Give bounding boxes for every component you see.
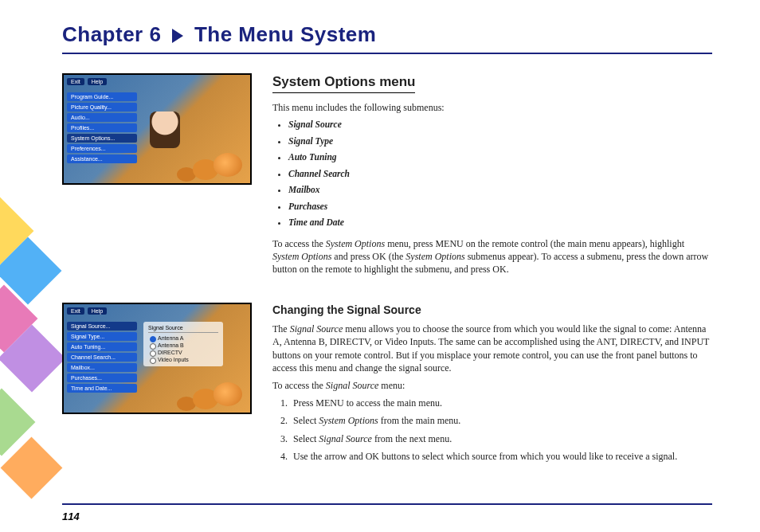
thumb-top-exit: Exit bbox=[67, 307, 84, 315]
triangle-icon bbox=[172, 29, 183, 43]
submenu-list: Signal SourceSignal TypeAuto TuningChann… bbox=[272, 119, 712, 229]
thumb-menu-item: Audio... bbox=[67, 113, 137, 122]
screenshot-signal-source: Exit Help Signal Source...Signal Type...… bbox=[62, 303, 252, 414]
step-item: Select Signal Source from the next menu. bbox=[290, 432, 712, 445]
chapter-name: The Menu System bbox=[194, 22, 377, 46]
submenu-item: Signal Source bbox=[288, 119, 712, 131]
submenu-item: Auto Tuning bbox=[288, 151, 712, 164]
thumb-pumpkins bbox=[214, 153, 242, 177]
submenu-item: Time and Date bbox=[288, 217, 712, 229]
thumb-menu-item: Auto Tuning... bbox=[67, 342, 137, 351]
thumb-menu-item: Profiles... bbox=[67, 123, 137, 132]
thumb-top-exit: Exit bbox=[67, 78, 84, 85]
chapter-title: Chapter 6 The Menu System bbox=[62, 22, 376, 47]
submenu-item: Purchases bbox=[288, 201, 712, 213]
section-title-signal-source: Changing the Signal Source bbox=[272, 303, 712, 318]
step-item: Use the arrow and OK buttons to select w… bbox=[290, 450, 712, 463]
step-item: Select System Options from the main menu… bbox=[290, 414, 712, 427]
section-title-system-options: System Options menu bbox=[272, 73, 415, 93]
section1-intro: This menu includes the following submenu… bbox=[272, 101, 712, 114]
thumb-menu-item: System Options... bbox=[67, 134, 137, 143]
thumb-menu-item: Signal Type... bbox=[67, 332, 137, 341]
thumb-child-figure bbox=[150, 111, 180, 148]
thumb-menu-item: Mailbox... bbox=[67, 363, 137, 372]
thumb-submenu: Signal Source Antenna AAntenna BDIRECTVV… bbox=[143, 322, 223, 366]
thumb-menu-item: Program Guide... bbox=[67, 92, 137, 101]
section2-para1: The Signal Source menu allows you to cho… bbox=[272, 323, 712, 374]
page-number: 114 bbox=[62, 510, 80, 522]
section2-para2: To access the Signal Source menu: bbox=[272, 379, 712, 392]
thumb-submenu-option: Antenna A bbox=[148, 334, 218, 342]
submenu-item: Mailbox bbox=[288, 184, 712, 197]
thumb-menu-item: Signal Source... bbox=[67, 322, 137, 331]
thumb-menu-item: Picture Quality... bbox=[67, 103, 137, 111]
submenu-item: Signal Type bbox=[288, 135, 712, 148]
footer-rule bbox=[62, 503, 712, 505]
thumb-top-help: Help bbox=[88, 78, 107, 85]
thumb-menu-item: Assistance... bbox=[67, 155, 137, 163]
thumb-top-help: Help bbox=[88, 307, 107, 315]
thumb-menu-item: Time and Date... bbox=[67, 384, 137, 393]
thumb-submenu-title: Signal Source bbox=[148, 325, 218, 333]
thumb-menu-item: Preferences... bbox=[67, 144, 137, 153]
submenu-item: Channel Search bbox=[288, 168, 712, 181]
thumb-menu-item: Channel Search... bbox=[67, 353, 137, 362]
screenshot-system-options: Exit Help Program Guide...Picture Qualit… bbox=[62, 73, 252, 185]
title-rule bbox=[62, 53, 712, 54]
thumb-submenu-option: Antenna B bbox=[148, 342, 218, 349]
steps-list: Press MENU to access the main menu.Selec… bbox=[272, 397, 712, 463]
chapter-number: Chapter 6 bbox=[62, 22, 161, 46]
thumb-submenu-option: Video Inputs bbox=[148, 356, 218, 363]
section1-para: To access the System Options menu, press… bbox=[272, 237, 712, 276]
thumb-pumpkins bbox=[214, 382, 242, 406]
thumb-menu-item: Purchases... bbox=[67, 374, 137, 382]
step-item: Press MENU to access the main menu. bbox=[290, 397, 712, 409]
thumb-submenu-option: DIRECTV bbox=[148, 349, 218, 356]
